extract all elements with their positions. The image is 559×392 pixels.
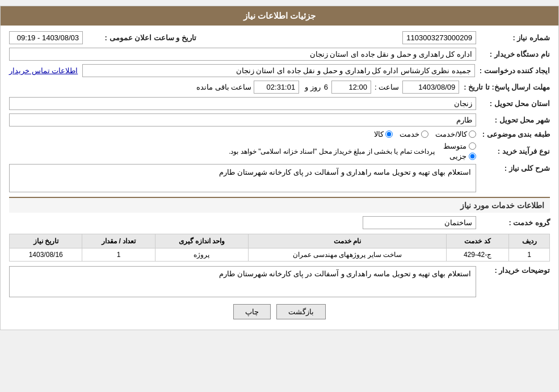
shahr-value: طارم [9, 113, 476, 127]
noe-motavasset-radio[interactable] [469, 142, 476, 150]
page-wrapper: جزئیات اطلاعات نیاز شماره نیاز : 1103003… [0, 6, 559, 330]
mohlat-saat-label: ساعت : [375, 83, 399, 91]
mohlat-label: مهلت ارسال پاسخ: تا تاریخ : [459, 83, 550, 91]
ijad-label: ایجاد کننده درخواست : [475, 66, 550, 75]
noe-jozee-radio[interactable] [469, 153, 476, 160]
tabaqe-khedmat-label: خدمت [400, 130, 419, 138]
tosihaat-label: توضیحات خریدار : [476, 266, 550, 275]
col-radif: ردیف [509, 234, 550, 248]
sharh-label: شرح کلی نیاز : [476, 164, 550, 172]
print-button[interactable]: چاپ [233, 304, 271, 319]
ostan-value: زنجان [9, 97, 476, 110]
tosihaat-textarea[interactable] [9, 266, 476, 297]
noe-jozee-option: جزیی [443, 152, 476, 161]
ijad-value: جمیده نظری کارشناس اداره کل راهداری و حم… [82, 64, 475, 77]
purchase-note: پرداخت تمام یا بخشی از مبلغ خریداز محل "… [229, 147, 435, 155]
shahr-label: شهر محل تحویل : [476, 116, 550, 124]
table-row: 1ج-42-429ساخت سایر پروژههای مهندسی عمران… [10, 248, 550, 262]
name-dastgah-value: اداره کل راهداری و حمل و نقل جاده ای است… [9, 48, 476, 61]
tabaqe-kala-label: کالا [374, 130, 384, 138]
buttons-row: بازگشت چاپ [9, 304, 550, 319]
noe-jozee-label: جزیی [449, 152, 466, 161]
grohe-value: ساختمان [363, 216, 476, 229]
col-tarikh: تاریخ نیاز [10, 234, 82, 248]
table-cell-tarikh: 1403/08/16 [10, 248, 82, 262]
col-nam: نام خدمت [249, 234, 447, 248]
back-button[interactable]: بازگشت [276, 304, 326, 319]
noe-motavasset-label: متوسط [443, 142, 466, 150]
mohlat-baqi-value: 02:31:01 [254, 81, 299, 94]
shomare-niaz-label: شماره نیاز : [476, 33, 550, 42]
tabaqe-row: طبقه بندی موضوعی : کالا/خدمت خدمت کالا [9, 130, 550, 138]
sharh-value: استعلام بهای تهیه و تحویل ماسه راهداری و… [9, 164, 476, 192]
section-khadamat-title: اطلاعات خدمات مورد نیاز [9, 197, 550, 213]
ostan-label: استان محل تحویل : [476, 99, 550, 108]
tabaqe-kala-khedmat-label: کالا/خدمت [435, 130, 467, 138]
mohlat-rooz-label: روز و [305, 83, 321, 91]
mohlat-saat: 12:00 [331, 81, 371, 94]
grohe-row: گروه خدمت : ساختمان [9, 216, 550, 229]
noe-motavasset-option: متوسط [443, 142, 476, 150]
tarikh-aalam-label: تاریخ و ساعت اعلان عمومی : [83, 33, 196, 42]
page-header: جزئیات اطلاعات نیاز [1, 6, 558, 26]
tabaqe-kala-khedmat-item: کالا/خدمت [435, 130, 476, 138]
noe-farayand-label: نوع فرآیند خرید : [476, 147, 550, 155]
mohlat-row: مهلت ارسال پاسخ: تا تاریخ : 1403/08/09 س… [9, 81, 550, 94]
name-dastgah-row: نام دستگاه خریدار : اداره کل راهداری و ح… [9, 48, 550, 61]
content-area: شماره نیاز : 1103003273000209 تاریخ و سا… [1, 26, 558, 330]
tabaqe-label: طبقه بندی موضوعی : [476, 130, 550, 138]
mohlat-date: 1403/08/09 [402, 81, 459, 94]
grohe-label: گروه خدمت : [476, 218, 550, 227]
ijad-row: ایجاد کننده درخواست : جمیده نظری کارشناس… [9, 64, 550, 77]
col-kod: کد خدمت [446, 234, 509, 248]
table-cell-tedad: 1 [82, 248, 155, 262]
tarikh-aalam-value: 1403/08/03 - 09:19 [9, 31, 83, 44]
shomare-niaz-row: شماره نیاز : 1103003273000209 تاریخ و سا… [9, 31, 550, 44]
shomare-niaz-value: 1103003273000209 [402, 31, 476, 44]
col-vahed: واحد اندازه گیری [155, 234, 248, 248]
tabaqe-khedmat-item: خدمت [400, 130, 428, 138]
ettelaat-tamas-link[interactable]: اطلاعات تماس خریدار [9, 66, 78, 75]
ostan-row: استان محل تحویل : زنجان [9, 97, 550, 110]
tabaqe-kala-khedmat-radio[interactable] [469, 130, 476, 138]
tabaqe-khedmat-radio[interactable] [421, 130, 428, 138]
name-dastgah-label: نام دستگاه خریدار : [476, 50, 550, 58]
tabaqe-kala-radio[interactable] [385, 130, 393, 138]
tabaqe-radio-group: کالا/خدمت خدمت کالا [374, 130, 476, 138]
table-cell-kod_khedmat: ج-42-429 [446, 248, 509, 262]
noe-options: متوسط جزیی [443, 142, 476, 161]
services-table: ردیف کد خدمت نام خدمت واحد اندازه گیری ت… [9, 234, 550, 262]
table-cell-radif: 1 [509, 248, 550, 262]
mohlat-rooz-value: 6 [324, 83, 328, 91]
sharh-row: شرح کلی نیاز : استعلام بهای تهیه و تحویل… [9, 164, 550, 192]
noe-farayand-row: نوع فرآیند خرید : متوسط جزیی پرداخت تمام… [9, 142, 550, 161]
tosihaat-row: توضیحات خریدار : [9, 266, 550, 297]
col-tedad: تعداد / مقدار [82, 234, 155, 248]
page-title: جزئیات اطلاعات نیاز [243, 11, 316, 20]
table-cell-vahed: پروژه [155, 248, 248, 262]
shahr-row: شهر محل تحویل : طارم [9, 113, 550, 127]
table-cell-nam_khedmat: ساخت سایر پروژههای مهندسی عمران [249, 248, 447, 262]
mohlat-baqi-label: ساعت باقی مانده [196, 83, 251, 91]
tabaqe-kala-item: کالا [374, 130, 393, 138]
